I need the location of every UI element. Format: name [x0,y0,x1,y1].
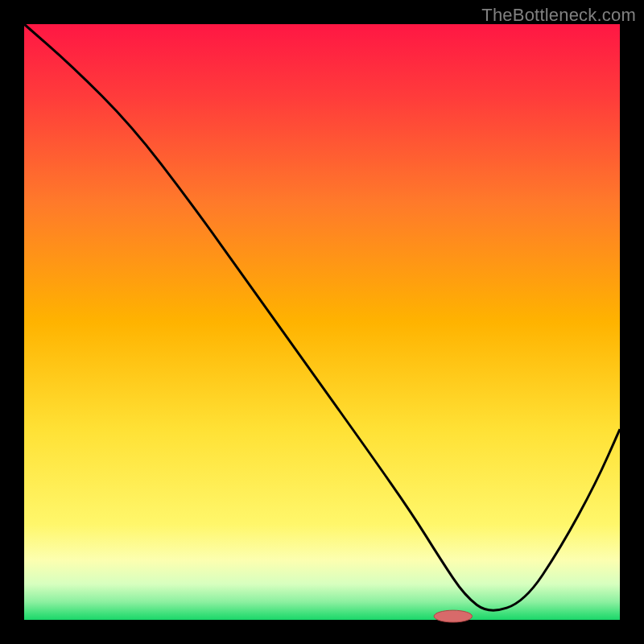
watermark-text: TheBottleneck.com [481,5,636,26]
optimal-marker [434,610,472,622]
chart-svg [0,0,644,644]
chart-canvas [0,0,644,644]
plot-area [24,24,620,620]
